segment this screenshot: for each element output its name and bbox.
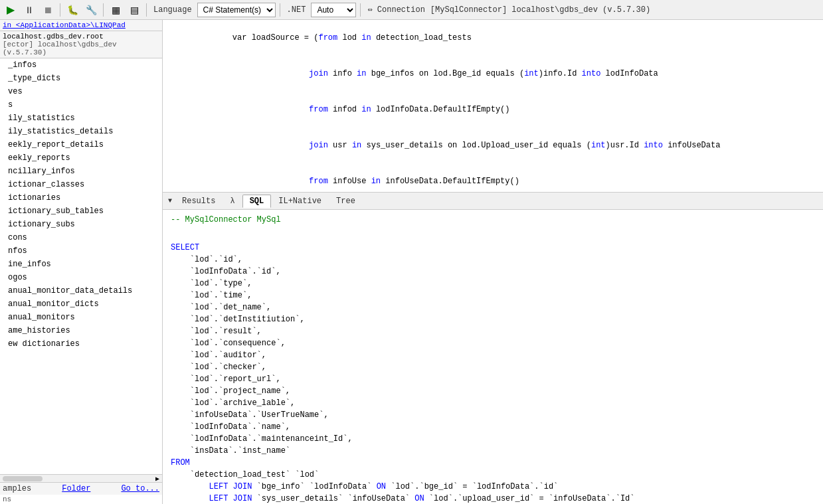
sidebar-item-4[interactable]: ily_statistics bbox=[0, 112, 162, 125]
dotnet-select[interactable]: Auto .NET 5 .NET 6 bbox=[311, 3, 356, 17]
editor-line-1: var loadSource = (from lod in detection_… bbox=[163, 20, 823, 56]
grid-button[interactable]: ▦ bbox=[108, 2, 124, 18]
sidebar-item-8[interactable]: ncillary_infos bbox=[0, 165, 162, 178]
code-span: from infod in lodInfoData.DefaultIfEmpty… bbox=[165, 92, 510, 127]
main-layout: in <ApplicationData>\LINQPad localhost.g… bbox=[0, 20, 823, 504]
editor-line-4: join usr in sys_user_details on lod.Uplo… bbox=[163, 127, 823, 163]
editor-line-3: from infod in lodInfoData.DefaultIfEmpty… bbox=[163, 92, 823, 127]
main-toolbar: ▶ ⏸ ⏹ 🐛 🔧 ▦ ▤ Language C# Statement(s) C… bbox=[0, 0, 823, 20]
sidebar-item-18[interactable]: anual_monitor_dicts bbox=[0, 297, 162, 311]
sidebar-scrollbar[interactable]: ▶ bbox=[0, 474, 162, 482]
connection-label: ⇔ Connection bbox=[365, 5, 427, 15]
sep2 bbox=[103, 3, 104, 17]
sidebar-item-17[interactable]: anual_monitor_data_details bbox=[0, 284, 162, 297]
sidebar-path: in <ApplicationData>\LINQPad bbox=[0, 20, 162, 31]
goto-link[interactable]: Go to... bbox=[121, 484, 159, 493]
sidebar-item-19[interactable]: anual_monitors bbox=[0, 311, 162, 324]
sep3 bbox=[146, 3, 147, 17]
language-select[interactable]: C# Statement(s) C# Expression C# Program… bbox=[197, 3, 276, 17]
sidebar-item-9[interactable]: ictionar_classes bbox=[0, 178, 162, 191]
tab-lambda[interactable]: λ bbox=[223, 195, 242, 208]
code-span: join info in bge_infos on lod.Bge_id equ… bbox=[165, 56, 658, 92]
tab-il-native[interactable]: IL+Native bbox=[271, 195, 329, 208]
sidebar-item-21[interactable]: ew dictionaries bbox=[0, 337, 162, 351]
editor-line-5: from infoUse in infoUseData.DefaultIfEmp… bbox=[163, 163, 823, 193]
results-tabs: ▼ Results λ SQL IL+Native Tree bbox=[163, 193, 823, 210]
content-area: var loadSource = (from lod in detection_… bbox=[163, 20, 823, 504]
sidebar-items-list: _infos _type_dicts ves s ily_statistics … bbox=[0, 58, 162, 474]
table-button[interactable]: ▤ bbox=[126, 2, 142, 18]
sidebar-item-13[interactable]: cons bbox=[0, 231, 162, 244]
language-label: Language bbox=[151, 5, 195, 15]
sql-block: SELECT `lod`.`id`, `lodInfoData`.`id`, `… bbox=[171, 230, 815, 504]
connector-detail: [ector] localhost\gdbs_dev (v.5.7.30) bbox=[3, 41, 159, 56]
stop-button[interactable]: ⏹ bbox=[40, 2, 56, 18]
sidebar-item-2[interactable]: ves bbox=[0, 85, 162, 98]
pause-button[interactable]: ⏸ bbox=[21, 2, 37, 18]
results-panel: ▼ Results λ SQL IL+Native Tree -- MySqlC… bbox=[163, 193, 823, 504]
sidebar-item-6[interactable]: eekly_report_details bbox=[0, 138, 162, 151]
sidebar-item-7[interactable]: eekly_reports bbox=[0, 151, 162, 165]
sep5 bbox=[360, 3, 361, 17]
results-content: -- MySqlConnector MySql SELECT `lod`.`id… bbox=[163, 210, 823, 504]
sidebar-scroll-right[interactable]: ▶ bbox=[155, 475, 159, 483]
sidebar-item-10[interactable]: ictionaries bbox=[0, 191, 162, 205]
code-span: join usr in sys_user_details on lod.Uplo… bbox=[165, 127, 720, 163]
debug2-button[interactable]: 🔧 bbox=[83, 2, 99, 18]
sidebar-item-20[interactable]: ame_histories bbox=[0, 324, 162, 337]
tab-results[interactable]: Results bbox=[175, 195, 223, 208]
dotnet-label: .NET bbox=[284, 5, 309, 15]
sidebar-bottom: amples Folder Go to... bbox=[0, 482, 162, 495]
connection-value: [MySqlConnector] localhost\gdbs_dev (v.5… bbox=[430, 5, 650, 15]
code-span: from infoUse in infoUseData.DefaultIfEmp… bbox=[165, 163, 519, 193]
run-button[interactable]: ▶ bbox=[3, 2, 19, 18]
sidebar-item-11[interactable]: ictionary_sub_tables bbox=[0, 205, 162, 218]
connection-text: localhost.gdbs_dev.root bbox=[3, 33, 159, 41]
sidebar-connection: localhost.gdbs_dev.root [ector] localhos… bbox=[0, 31, 162, 58]
code-span: var loadSource = (from lod in detection_… bbox=[165, 20, 472, 56]
collapse-arrow[interactable]: ▼ bbox=[165, 197, 175, 205]
editor-line-2: join info in bge_infos on lod.Bge_id equ… bbox=[163, 56, 823, 92]
sidebar: in <ApplicationData>\LINQPad localhost.g… bbox=[0, 20, 163, 504]
tab-sql[interactable]: SQL bbox=[242, 195, 272, 208]
samples-label: amples bbox=[3, 484, 31, 493]
sidebar-item-0[interactable]: _infos bbox=[0, 58, 162, 72]
debug-button[interactable]: 🐛 bbox=[64, 2, 80, 18]
code-editor[interactable]: var loadSource = (from lod in detection_… bbox=[163, 20, 823, 193]
sidebar-item-16[interactable]: ogos bbox=[0, 271, 162, 284]
sidebar-item-3[interactable]: s bbox=[0, 98, 162, 112]
sidebar-item-15[interactable]: ine_infos bbox=[0, 258, 162, 271]
folder-link[interactable]: Folder bbox=[62, 484, 90, 493]
sidebar-status: ns bbox=[0, 495, 162, 504]
sidebar-item-14[interactable]: nfos bbox=[0, 244, 162, 258]
sql-comment: -- MySqlConnector MySql bbox=[171, 215, 815, 224]
tab-tree[interactable]: Tree bbox=[329, 195, 363, 208]
sep1 bbox=[60, 3, 60, 17]
app-path: in <ApplicationData>\LINQPad bbox=[3, 21, 159, 29]
sep4 bbox=[280, 3, 280, 17]
sidebar-item-1[interactable]: _type_dicts bbox=[0, 72, 162, 85]
sidebar-item-5[interactable]: ily_statistics_details bbox=[0, 125, 162, 138]
sidebar-item-12[interactable]: ictionary_subs bbox=[0, 218, 162, 231]
